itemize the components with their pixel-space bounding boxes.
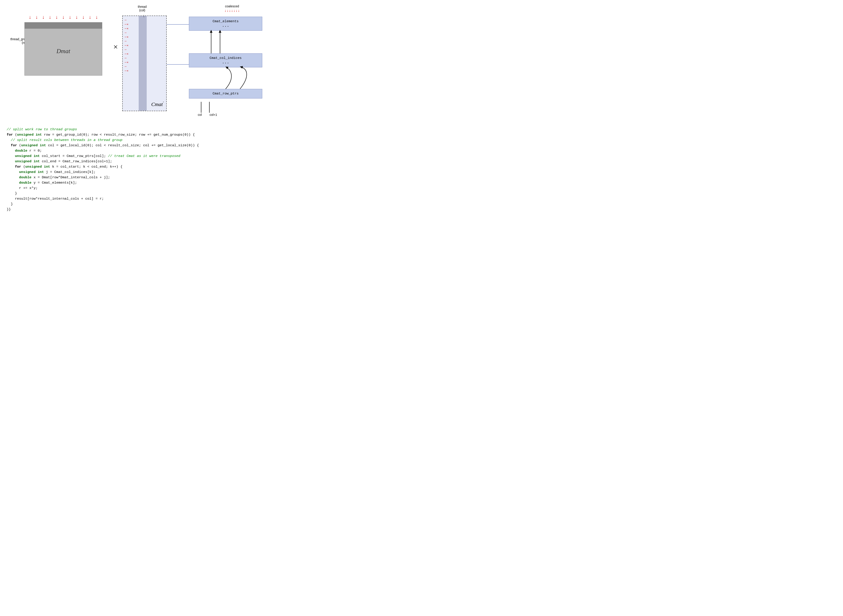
multiply-sign: × [113, 42, 118, 51]
coalesced-arrow: ↓ [238, 9, 240, 13]
col-labels: col col+1 [198, 113, 217, 116]
coalesced-arrow: ↓ [236, 9, 238, 13]
dmat-red-arrows: ↓ ↓ ↓ ↓ ↓ ↓ ↓ ↓ ↓ ↓ ↓ [25, 15, 102, 20]
kw-int-6: int [44, 165, 50, 169]
kw-int-5: int [34, 159, 40, 163]
red-arrow: ↓ [35, 15, 38, 20]
code-line10: r += x*y; [7, 185, 274, 191]
kw-unsigned-5: unsigned [15, 159, 31, 163]
coalesced-arrow: ↓ [224, 9, 226, 13]
coalesced-arrow: ↓ [227, 9, 229, 13]
code-comment2: // split result cols between threads in … [7, 137, 274, 143]
coalesced-arrow: ↓ [231, 9, 233, 13]
cmat-label: Cmat′ [151, 101, 164, 107]
code-section: // split work row to thread groups for (… [7, 127, 274, 212]
code-line12: result[row*result_internal_cols + col] =… [7, 196, 274, 201]
kw-unsigned-4: unsigned [15, 154, 31, 158]
coalesced-arrow: ↓ [233, 9, 235, 13]
code-line7: unsigned int j = Cmat_col_indices[k]; [7, 169, 274, 175]
csr-box-col-indices: Cmat_col_indices ... [189, 53, 262, 67]
kw-unsigned-7: unsigned [19, 170, 35, 174]
red-arrow: ↓ [88, 15, 91, 20]
csr-elements-dots: ... [222, 23, 229, 28]
cmat-container: → →✕ →✕ → →✕ → →✕ → →✕ → →✕ → →✕ Cmat′ [122, 16, 167, 111]
kw-unsigned-6: unsigned [25, 165, 42, 169]
cmat-row-arrow: →✕ [125, 22, 129, 26]
cmat-row-arrow: →✕ [125, 44, 129, 47]
code-line9: double y = Cmat_elements[k]; [7, 180, 274, 185]
red-arrow: ↓ [42, 15, 45, 20]
red-arrow: ↓ [28, 15, 31, 20]
cmat-row-arrow: →✕ [125, 27, 129, 30]
kw-int-2: int [40, 144, 46, 147]
code-line4: unsigned int col_start = Cmat_row_ptrs[c… [7, 153, 274, 159]
cmat-col-highlight [139, 16, 147, 111]
code-line2: for (unsigned int col = get_local_id(0);… [7, 143, 274, 148]
code-comment1: // split work row to thread groups [7, 127, 274, 132]
dmat-container: ↓ ↓ ↓ ↓ ↓ ↓ ↓ ↓ ↓ ↓ ↓ Dmat [25, 22, 102, 76]
kw-int-7: int [38, 170, 44, 174]
cmat-row-arrow: → [125, 56, 129, 60]
kw-unsigned-2: unsigned [21, 144, 38, 147]
cmat-arrows: → →✕ →✕ → →✕ → →✕ → →✕ → →✕ → →✕ [125, 18, 129, 72]
code-line11: } [7, 191, 274, 196]
red-arrow: ↓ [82, 15, 85, 20]
cmat-row-arrow: → [125, 18, 129, 22]
csr-box-elements: Cmat_elements ... [189, 17, 262, 31]
cmat-row-arrow: →✕ [125, 35, 129, 39]
cmat-row-arrow: → [125, 40, 129, 43]
code-line6: for (unsigned int k = col_start; k < col… [7, 164, 274, 169]
coalesced-arrow: ↓ [229, 9, 231, 13]
cmat-row-arrow: →✕ [125, 52, 129, 56]
kw-double-3: double [15, 149, 27, 153]
csr-box-row-ptrs: Cmat_row_ptrs [189, 89, 262, 98]
dmat-box: Dmat [25, 22, 102, 76]
dmat-top-stripe [25, 22, 102, 29]
kw-for-2: for [11, 144, 17, 147]
red-arrow: ↓ [62, 15, 65, 20]
red-arrow: ↓ [75, 15, 78, 20]
kw-double-9: double [19, 181, 32, 185]
kw-unsigned-1: unsigned [17, 133, 34, 137]
red-arrow: ↓ [55, 15, 58, 20]
code-line1: for (unsigned int row = get_group_id(0);… [7, 132, 274, 137]
red-arrow: ↓ [48, 15, 51, 20]
cmat-row-arrow: → [125, 65, 129, 68]
kw-double-8: double [19, 175, 32, 179]
code-line3: double r = 0; [7, 148, 274, 153]
diagram-section: thread (col) ↓ thread_group (row) → ↓ ↓ … [7, 4, 273, 122]
kw-int-1: int [35, 133, 42, 137]
kw-for-6: for [15, 165, 21, 169]
csr-col-dots: ... [222, 60, 229, 65]
thread-col-label: thread (col) [138, 5, 147, 12]
cmat-row-arrow: → [125, 31, 129, 34]
dmat-label: Dmat [56, 48, 70, 55]
code-line8: double x = Dmat[row*Dmat_internal_cols +… [7, 175, 274, 180]
code-line5: unsigned int col_end = Cmat_row_indices[… [7, 159, 274, 164]
cmat-row-arrow: →✕ [125, 69, 129, 72]
kw-for-1: for [7, 133, 13, 137]
coalesced-label: coalesced ↓ ↓ ↓ ↓ ↓ ↓ ↓ [224, 4, 240, 13]
code-line13: } [7, 201, 274, 207]
code-line14: }} [7, 207, 274, 212]
cmat-row-arrow: → [125, 48, 129, 51]
kw-int-4: int [34, 154, 40, 158]
cmat-row-arrow: →✕ [125, 60, 129, 64]
coalesced-arrows: ↓ ↓ ↓ ↓ ↓ ↓ ↓ [224, 9, 240, 13]
red-arrow: ↓ [69, 15, 71, 20]
red-arrow: ↓ [95, 15, 98, 20]
